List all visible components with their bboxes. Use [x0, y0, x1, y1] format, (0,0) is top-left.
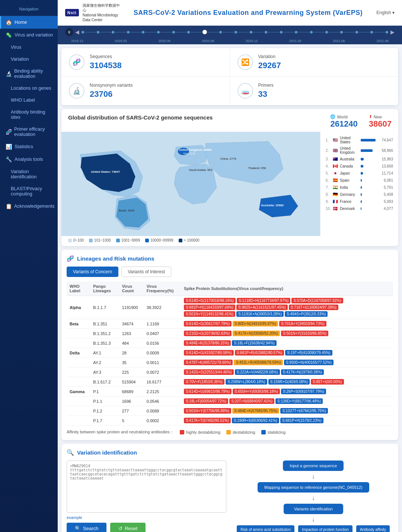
sidebar-item-variation-id[interactable]: Variation identification	[0, 166, 58, 183]
sidebar-item-locations-genes[interactable]: Locations on genes	[0, 82, 58, 94]
timeline-dot-12[interactable]	[265, 31, 267, 34]
variation-flow-diagram: Input a genome sequence ↓ Mapping sequen…	[234, 461, 393, 532]
spike-tag[interactable]: S:681P+R(415882/80.57%)	[235, 350, 284, 356]
spike-tag[interactable]: S:85T+I(0/0.00%)	[311, 379, 344, 385]
count-cell: 5	[119, 416, 144, 426]
spike-tag[interactable]: S:484E+K(67665/95.75%)	[232, 408, 279, 414]
sidebar-item-statistics[interactable]: 📊 Statistics	[0, 140, 58, 153]
search-button[interactable]: 🔍 Search	[67, 523, 106, 532]
spike-cell: S:215D+G(33736/92.63%)S:417K+N(33580/92.…	[181, 329, 393, 338]
tab-variants-interest[interactable]: Variants of Interest	[121, 267, 171, 277]
timeline-dot-8[interactable]	[202, 30, 207, 34]
spike-tag[interactable]: S:417K+N(33580/92.20%)	[233, 331, 280, 336]
spike-tag[interactable]: S:501N+Y(1149132/96.41%)	[184, 311, 235, 317]
stat-sequences: 🧬 Sequences 3104538	[61, 48, 230, 77]
spike-tag[interactable]: S:655H+Y(69383/98.18%)	[233, 389, 280, 394]
country-bar	[361, 200, 362, 203]
tab-variants-concern[interactable]: Variants of Concern	[67, 267, 118, 277]
spike-tag[interactable]: S:681P+H(1164333/97.69%)	[184, 305, 235, 310]
map-visual: United Kingdom: 58965 United States: 746…	[61, 132, 320, 236]
spike-tag[interactable]: S:20T+N(68840/97.41%)	[229, 398, 274, 404]
spike-tag[interactable]: S:570A+D(1167058/97.92%)	[291, 298, 343, 303]
spike-tag[interactable]: S:1191K+N(39053/3.28%)	[236, 311, 284, 317]
sidebar-item-acknowledgements[interactable]: 📋 Acknowledgements	[0, 200, 58, 213]
spike-tag[interactable]: S:614D+G(415927/80.58%)	[184, 350, 234, 356]
freq-cell: 38.3922	[144, 296, 181, 319]
spike-tag[interactable]: S:950D+N(400165/77.52%)	[284, 360, 334, 365]
spike-tag[interactable]: S:190R+S(65306/92.41%)	[232, 418, 279, 423]
timeline-dot-2[interactable]	[112, 31, 114, 34]
timeline-dot-18[interactable]	[355, 31, 358, 34]
spike-tag[interactable]: S:138D+Y(68177/96.48%)	[275, 398, 323, 404]
country-bar-wrap	[361, 207, 376, 210]
country-count: 74,647	[377, 138, 393, 142]
sequences-label: Sequences	[90, 54, 122, 59]
spike-tag[interactable]: S:501N+Y(31633/86.85%)	[281, 331, 328, 336]
sidebar-item-virus[interactable]: Virus	[0, 41, 58, 53]
timeline-dot-20[interactable]	[386, 31, 388, 34]
spike-cell: S:614D+G(415927/80.58%)S:681P+R(415882/8…	[181, 348, 393, 358]
spike-tag[interactable]: S:701A+Y(34503/94.73%)	[279, 321, 326, 326]
timeline-dot-17[interactable]	[340, 31, 343, 34]
sidebar-item-blast[interactable]: BLAST/Privacy computing	[0, 183, 58, 200]
timeline-pause-button[interactable]: ⏸	[65, 28, 73, 36]
spike-tag[interactable]: S:494S+P(3912/0.33%)	[285, 311, 328, 317]
timeline-dot-10[interactable]	[234, 31, 237, 34]
spike-tag[interactable]: S:215D+G(33736/92.63%)	[184, 331, 232, 336]
timeline-dot-13[interactable]	[280, 31, 283, 34]
spike-tag[interactable]: S:417K+T(67492/95.51%)	[184, 418, 231, 423]
timeline-dot-11[interactable]	[250, 31, 252, 34]
spike-tag[interactable]: S:222A+V(44822/8.68%)	[235, 369, 280, 375]
sidebar-item-analysis-tools[interactable]: 🔧 Analysis tools	[0, 153, 58, 166]
timeline-next-button[interactable]: ▶	[390, 29, 395, 35]
timeline-prev-button[interactable]: ◀	[75, 29, 79, 35]
spike-tag[interactable]: S:19T+R(410090/79.45%)	[285, 350, 332, 356]
timeline-dot-15[interactable]	[310, 31, 313, 34]
timeline-dot-6[interactable]	[172, 31, 175, 34]
freq-cell: 1.1169	[144, 319, 181, 329]
timeline-dot-16[interactable]	[325, 31, 328, 34]
timeline-dot-14[interactable]	[295, 31, 297, 34]
spike-tag[interactable]: S:681P+H(1578/2.23%)	[280, 418, 323, 423]
timeline-dot-1[interactable]	[97, 31, 99, 34]
spike-tag[interactable]: S:1118D+H(1167734/97.97%)	[237, 298, 290, 303]
timeline-dot-0[interactable]	[82, 31, 84, 34]
genome-sequence-input[interactable]	[67, 461, 226, 513]
sidebar-item-variation[interactable]: Variation	[0, 53, 58, 65]
spike-tag[interactable]: S:484E+K(31378/86.15%)	[184, 340, 231, 346]
spike-tag[interactable]: S:18L+F(15638/42.94%)	[232, 340, 276, 346]
spike-tag[interactable]: S:1027T+I(67662/95.75%)	[280, 408, 328, 414]
timeline-dot-9[interactable]	[219, 31, 222, 34]
spike-tag[interactable]: S:70V+F(1853/0.36%)	[184, 379, 224, 385]
language-selector[interactable]: English ▾	[376, 10, 395, 15]
timeline-dot-4[interactable]	[142, 31, 144, 34]
example-link[interactable]: example	[67, 515, 226, 520]
spike-tag[interactable]: S:142G+D(225513/44.46%)	[184, 369, 234, 375]
spike-tag[interactable]: S:501N+Y(67756/95.88%)	[184, 408, 231, 414]
spike-tag[interactable]: S:716T+I(1160824/97.39%)	[289, 305, 338, 310]
who-label-cell	[67, 416, 90, 426]
sidebar-item-binding-ability[interactable]: 🔬 Binding ability evaluation	[0, 65, 58, 82]
spike-tag[interactable]: S:982S+A(1161521/97.45%)	[236, 305, 288, 310]
spike-tag[interactable]: S:18L+F(60054/97.72%)	[184, 398, 228, 404]
spike-tag[interactable]: S:158R+G(403/0.08%)	[268, 379, 310, 385]
timeline-dot-5[interactable]	[157, 31, 160, 34]
sidebar-item-primer-efficacy[interactable]: 🧬 Primer efficacy evaluation	[0, 123, 58, 140]
spike-tag[interactable]: S:26P+S(69107/97.79%)	[281, 389, 326, 394]
timeline-dot-7[interactable]	[187, 31, 190, 34]
spike-tag[interactable]: S:452L+R(405686/78.59%)	[234, 360, 283, 365]
spike-tag[interactable]: S:258W+L(904/0.18%)	[226, 379, 267, 385]
sidebar-item-who-label[interactable]: WHO Label	[0, 94, 58, 106]
reset-button[interactable]: ↺ Reset	[110, 523, 146, 532]
sidebar-item-virus-variation[interactable]: 🦠 Virus and variation	[0, 29, 58, 41]
timeline-dot-3[interactable]	[127, 31, 130, 34]
spike-tag[interactable]: S:478T+K(405721/78.60%)	[184, 360, 233, 365]
sidebar-item-home[interactable]: 🏠 Home	[0, 16, 58, 29]
spike-tag[interactable]: S:614D+G(1170018/98.16%)	[184, 298, 236, 303]
spike-tag[interactable]: S:614D+G(69815/98.79%)	[184, 389, 232, 394]
timeline-dot-19[interactable]	[370, 31, 373, 34]
spike-tag[interactable]: S:614D+G(35617/97.79%)	[184, 321, 232, 326]
spike-tag[interactable]: S:417K+N(1979/0.38%)	[281, 369, 324, 375]
sidebar-item-antibody[interactable]: Antibody binding sites	[0, 106, 58, 123]
spike-tag[interactable]: S:80D+N(34915/95.87%)	[233, 321, 278, 326]
